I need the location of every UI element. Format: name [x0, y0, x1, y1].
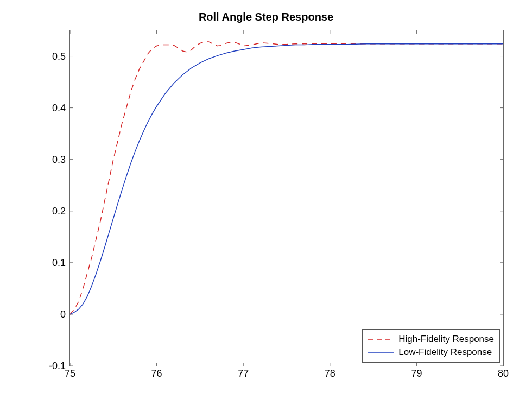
legend: High-Fidelity ResponseLow-Fidelity Respo…: [362, 329, 500, 363]
y-tick-label: 0.3: [52, 154, 66, 165]
y-tick-label: 0: [60, 308, 66, 320]
x-tick-label: 80: [498, 368, 509, 379]
x-tick-label: 79: [411, 368, 422, 379]
axes: 757677787980 -0.100.10.20.30.40.5 High-F…: [69, 30, 504, 366]
x-tick-label: 75: [65, 368, 75, 379]
figure: Roll Angle Step Response 757677787980 -0…: [0, 0, 532, 399]
x-tick-label: 76: [151, 368, 162, 379]
series-line-1: [70, 44, 503, 314]
legend-item: High-Fidelity Response: [367, 333, 494, 346]
legend-line-icon: [367, 334, 395, 344]
y-tick-label: 0.5: [52, 50, 66, 62]
y-tick-label: 0.1: [52, 257, 66, 268]
x-tick-label: 78: [325, 368, 335, 379]
series-line-0: [70, 42, 503, 314]
x-tick-label: 77: [238, 368, 249, 379]
y-tick-label: 0.4: [52, 102, 66, 113]
y-tick-label: 0.2: [52, 205, 66, 217]
legend-label: Low-Fidelity Response: [398, 346, 492, 359]
y-tick-label: -0.1: [49, 360, 66, 372]
legend-label: High-Fidelity Response: [398, 333, 494, 346]
legend-line-icon: [367, 347, 395, 357]
chart-title: Roll Angle Step Response: [0, 11, 532, 23]
plot-area: [70, 30, 503, 366]
legend-item: Low-Fidelity Response: [367, 346, 494, 359]
